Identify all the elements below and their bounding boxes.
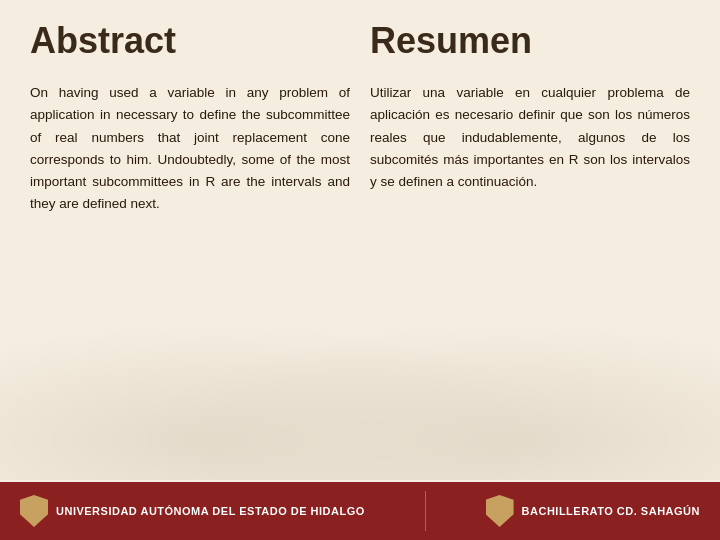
resumen-title: Resumen	[370, 20, 690, 62]
abstract-body: On having used a variable in any problem…	[30, 82, 350, 216]
resumen-body: Utilizar una variable en cualquier probl…	[370, 82, 690, 193]
footer-left: UNIVERSIDAD AUTÓNOMA DEL ESTADO DE HIDAL…	[20, 495, 365, 527]
footer-divider	[425, 491, 426, 531]
footer-left-text: UNIVERSIDAD AUTÓNOMA DEL ESTADO DE HIDAL…	[56, 505, 365, 517]
content-area: Abstract On having used a variable in an…	[0, 0, 720, 480]
uaeh-shield-icon	[20, 495, 48, 527]
footer-right-text: BACHILLERATO CD. SAHAGÚN	[522, 505, 700, 517]
bach-shield-icon	[486, 495, 514, 527]
left-institution-name: UNIVERSIDAD AUTÓNOMA DEL ESTADO DE HIDAL…	[56, 505, 365, 517]
page-container: Abstract On having used a variable in an…	[0, 0, 720, 540]
right-institution-name: BACHILLERATO CD. SAHAGÚN	[522, 505, 700, 517]
footer-bar: UNIVERSIDAD AUTÓNOMA DEL ESTADO DE HIDAL…	[0, 482, 720, 540]
abstract-title: Abstract	[30, 20, 350, 62]
resumen-column: Resumen Utilizar una variable en cualqui…	[370, 20, 690, 460]
footer-right: BACHILLERATO CD. SAHAGÚN	[486, 495, 700, 527]
abstract-column: Abstract On having used a variable in an…	[30, 20, 350, 460]
